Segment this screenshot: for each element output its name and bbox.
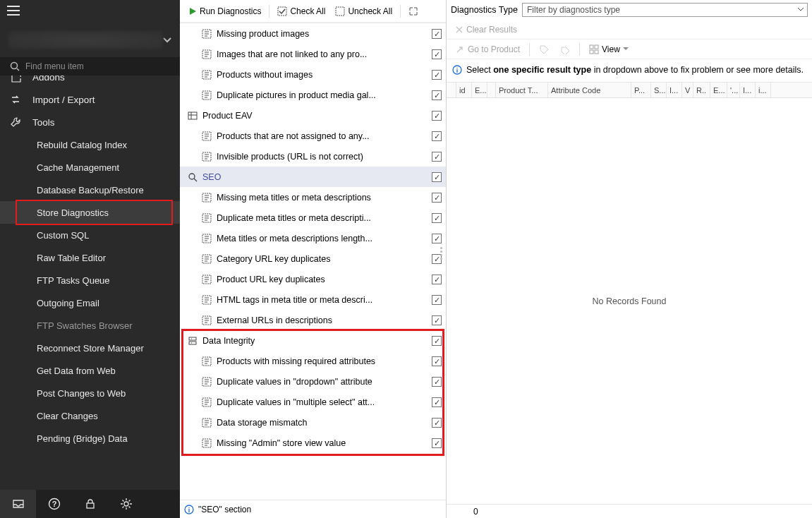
tree-diagnostic[interactable]: Category URL key duplicates xyxy=(180,248,446,269)
tree-diagnostic[interactable]: Data storage mismatch xyxy=(180,412,446,433)
tree-diagnostic[interactable]: Meta titles or meta descriptions length.… xyxy=(180,228,446,248)
grid-column-header[interactable]: Attribute Code xyxy=(548,83,631,97)
uncheck-all-button[interactable]: Uncheck All xyxy=(331,5,396,18)
tree-diagnostic[interactable]: Duplicate values in "dropdown" attribute xyxy=(180,371,446,392)
tree-diagnostic[interactable]: Invisible products (URL is not correct) xyxy=(180,146,446,167)
tree-row-checkbox[interactable] xyxy=(432,111,442,121)
sidebar-item-outgoing-email[interactable]: Outgoing Email xyxy=(0,291,180,314)
sidebar-item-label: Raw Table Editor xyxy=(37,253,106,263)
tree-row-checkbox[interactable] xyxy=(432,295,442,305)
go-to-product-button[interactable]: Go to Product xyxy=(451,43,524,56)
tree-category[interactable]: Data Integrity xyxy=(180,330,446,351)
tree-diagnostic[interactable]: Duplicate values in "multiple select" at… xyxy=(180,392,446,412)
svg-rect-34 xyxy=(595,50,598,54)
tree-diagnostic[interactable]: External URLs in descriptions xyxy=(180,310,446,330)
sidebar-item-tools[interactable]: Tools xyxy=(0,111,180,133)
info-bar-text: "SEO" section xyxy=(198,505,251,514)
grid-column-header[interactable]: Product T... xyxy=(496,83,548,97)
profile-selector[interactable] xyxy=(0,23,180,57)
tree-diagnostic[interactable]: HTML tags in meta title or meta descri..… xyxy=(180,289,446,310)
run-diagnostics-button[interactable]: Run Diagnostics xyxy=(184,5,265,18)
tree-diagnostic[interactable]: Duplicate meta titles or meta descripti.… xyxy=(180,207,446,228)
grid-column-header[interactable]: i... xyxy=(756,83,771,97)
tree-row-checkbox[interactable] xyxy=(432,438,442,448)
grid-column-header[interactable]: E... xyxy=(710,83,727,97)
grid-column-header[interactable]: V xyxy=(682,83,693,97)
grid-column-header[interactable]: id xyxy=(456,83,472,97)
tree-row-checkbox[interactable] xyxy=(432,336,442,346)
tree-row-checkbox[interactable] xyxy=(432,418,442,428)
diagnostic-icon xyxy=(201,253,212,265)
tree-diagnostic[interactable]: Missing meta titles or meta descriptions xyxy=(180,187,446,207)
tree-row-checkbox[interactable] xyxy=(432,397,442,407)
tree-row-checkbox[interactable] xyxy=(432,275,442,284)
action-2-button[interactable] xyxy=(556,43,574,56)
tree-diagnostic[interactable]: Missing "Admin" store view value xyxy=(180,433,446,453)
view-menu[interactable]: View xyxy=(585,43,633,56)
grid-header[interactable]: idE...Product T...Attribute CodeP...S...… xyxy=(447,83,812,98)
category-icon xyxy=(187,171,198,183)
tree-row-checkbox[interactable] xyxy=(432,193,442,203)
tree-row-checkbox[interactable] xyxy=(432,234,442,243)
grid-column-header[interactable] xyxy=(487,83,496,97)
sidebar-item-custom-sql[interactable]: Custom SQL xyxy=(0,224,180,246)
diagnostics-tree[interactable]: Missing product imagesImages that are no… xyxy=(180,23,446,500)
tree-diagnostic[interactable]: Missing product images xyxy=(180,23,446,44)
sidebar-item-get-data-from-web[interactable]: Get Data from Web xyxy=(0,359,180,382)
grid-column-header[interactable]: P... xyxy=(631,83,651,97)
sidebar-item-raw-table-editor[interactable]: Raw Table Editor xyxy=(0,246,180,269)
tree-diagnostic[interactable]: Products with missing required attribute… xyxy=(180,351,446,371)
tree-row-checkbox[interactable] xyxy=(432,131,442,141)
tree-diagnostic[interactable]: Products without images xyxy=(180,64,446,85)
check-all-button[interactable]: Check All xyxy=(273,5,329,18)
tree-row-checkbox[interactable] xyxy=(432,90,442,100)
sidebar-item-import-export[interactable]: Import / Export xyxy=(0,88,180,111)
sidebar-item-rebuild-catalog-index[interactable]: Rebuild Catalog Index xyxy=(0,133,180,156)
sidebar-item-store-diagnostics[interactable]: Store Diagnostics xyxy=(0,201,180,224)
grid-column-header[interactable]: I... xyxy=(667,83,682,97)
sidebar-item-addons[interactable]: Addons xyxy=(0,76,180,88)
menu-search-input[interactable] xyxy=(25,61,170,71)
sidebar-item-cache-management[interactable]: Cache Management xyxy=(0,156,180,179)
tree-row-checkbox[interactable] xyxy=(432,356,442,366)
grid-column-header[interactable] xyxy=(447,83,456,97)
tree-row-checkbox[interactable] xyxy=(432,172,442,182)
sidebar-item-clear-changes[interactable]: Clear Changes xyxy=(0,404,180,427)
tree-diagnostic[interactable]: Images that are not linked to any pro... xyxy=(180,44,446,64)
check-all-label: Check All xyxy=(290,6,325,16)
tree-diagnostic[interactable]: Products that are not assigned to any... xyxy=(180,126,446,146)
tree-category[interactable]: SEO xyxy=(180,167,446,187)
tree-row-checkbox[interactable] xyxy=(432,377,442,387)
clear-results-button[interactable]: Clear Results xyxy=(451,23,521,36)
sidebar-item-post-changes-to-web[interactable]: Post Changes to Web xyxy=(0,382,180,404)
grid-column-header[interactable]: I... xyxy=(740,83,756,97)
sidebar-item-ftp-tasks-queue[interactable]: FTP Tasks Queue xyxy=(0,269,180,291)
footer-tab-help[interactable]: ? xyxy=(36,490,72,518)
diagnostics-type-select[interactable]: Filter by diagnostics type xyxy=(522,3,808,17)
grid-column-header[interactable]: E... xyxy=(472,83,487,97)
menu-toggle[interactable] xyxy=(0,0,180,23)
sidebar-item-reconnect-store-manager[interactable]: Reconnect Store Manager xyxy=(0,337,180,359)
tree-row-checkbox[interactable] xyxy=(432,29,442,39)
tree-row-checkbox[interactable] xyxy=(432,70,442,80)
tree-row-checkbox[interactable] xyxy=(432,49,442,59)
diagnostic-icon xyxy=(201,356,212,367)
tree-row-checkbox[interactable] xyxy=(432,213,442,223)
tree-diagnostic[interactable]: Product URL key duplicates xyxy=(180,269,446,289)
sidebar-item-database-backup-restore[interactable]: Database Backup/Restore xyxy=(0,179,180,201)
footer-tab-lock[interactable] xyxy=(72,490,108,518)
grid-column-header[interactable]: R.. xyxy=(693,83,710,97)
footer-tab-settings[interactable] xyxy=(108,490,144,518)
tree-row-checkbox[interactable] xyxy=(432,152,442,162)
expand-collapse-button[interactable] xyxy=(404,5,423,18)
sidebar-item-label: Database Backup/Restore xyxy=(37,185,144,195)
grid-column-header[interactable]: S... xyxy=(651,83,667,97)
tree-diagnostic[interactable]: Duplicate pictures in product media gal.… xyxy=(180,85,446,105)
splitter-handle[interactable] xyxy=(438,247,444,260)
action-1-button[interactable] xyxy=(535,43,553,56)
tree-category[interactable]: Product EAV xyxy=(180,105,446,126)
sidebar-item-pending-bridge-data[interactable]: Pending (Bridge) Data xyxy=(0,427,180,450)
tree-row-checkbox[interactable] xyxy=(432,315,442,325)
footer-tab-inbox[interactable] xyxy=(0,490,36,518)
grid-column-header[interactable]: '... xyxy=(727,83,740,97)
